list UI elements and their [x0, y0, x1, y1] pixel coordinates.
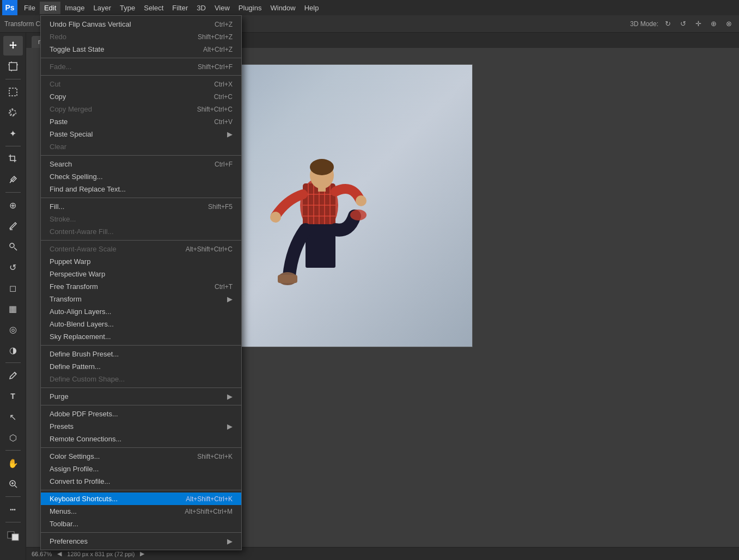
healing-tool[interactable]: ⊕	[3, 195, 23, 215]
left-toolbar: ✦ ⊕ ↺ ◻	[0, 33, 26, 560]
status-arrow-left[interactable]: ◀	[57, 550, 62, 557]
svg-rect-31	[278, 275, 297, 283]
menu-define-shape[interactable]: Define Custom Shape...	[41, 373, 241, 385]
hand-tool[interactable]: ✋	[3, 453, 23, 473]
eraser-tool[interactable]: ◻	[3, 278, 23, 298]
menu-keyboard-shortcuts[interactable]: Keyboard Shortcuts... Alt+Shift+Ctrl+K	[41, 493, 241, 505]
toolbar-divider-7	[5, 522, 21, 522]
person-figure	[259, 151, 379, 314]
menu-auto-blend[interactable]: Auto-Blend Layers...	[41, 318, 241, 330]
menu-remote-connections[interactable]: Remote Connections...	[41, 433, 241, 445]
history-brush-tool[interactable]: ↺	[3, 257, 23, 277]
status-arrow-right[interactable]: ▶	[140, 550, 144, 557]
move-tool[interactable]	[3, 36, 23, 56]
blur-tool[interactable]: ◎	[3, 319, 23, 339]
3d-mode-label: 3D Mode:	[630, 20, 658, 28]
3d-roll-icon[interactable]: ↺	[677, 18, 689, 30]
menu-define-brush[interactable]: Define Brush Preset...	[41, 348, 241, 360]
brush-tool[interactable]	[3, 216, 23, 236]
extra-tools-btn[interactable]: •••	[3, 500, 23, 519]
menu-copy[interactable]: Copy Ctrl+C	[41, 90, 241, 103]
menu-select[interactable]: Select	[139, 2, 168, 14]
svg-point-7	[10, 243, 14, 248]
3d-scale-icon[interactable]: ⊗	[723, 18, 735, 30]
menu-fill[interactable]: Fill... Shift+F5	[41, 200, 241, 213]
menu-sky-replacement[interactable]: Sky Replacement...	[41, 330, 241, 343]
menu-find-replace[interactable]: Find and Replace Text...	[41, 183, 241, 195]
menu-toggle-state[interactable]: Toggle Last State Alt+Ctrl+Z	[41, 43, 241, 56]
menu-edit[interactable]: Edit	[40, 2, 60, 14]
menu-view[interactable]: View	[210, 2, 234, 14]
menu-puppet-warp[interactable]: Puppet Warp	[41, 255, 241, 268]
menu-content-aware-fill[interactable]: Content-Aware Fill...	[41, 225, 241, 238]
menu-check-spelling[interactable]: Check Spelling...	[41, 170, 241, 183]
clone-stamp-tool[interactable]	[3, 237, 23, 256]
menu-toolbar[interactable]: Toolbar...	[41, 518, 241, 530]
menu-pdf-presets[interactable]: Adobe PDF Presets...	[41, 408, 241, 420]
sep-1	[41, 58, 241, 58]
pen-tool[interactable]	[3, 366, 23, 385]
svg-point-28	[356, 195, 367, 206]
shape-tool[interactable]: ⬡	[3, 428, 23, 447]
svg-line-9	[15, 485, 17, 488]
3d-slide-icon[interactable]: ⊕	[707, 18, 719, 30]
menu-redo[interactable]: Redo Shift+Ctrl+Z	[41, 30, 241, 43]
menu-window[interactable]: Window	[266, 2, 300, 14]
svg-point-27	[270, 212, 281, 223]
menu-free-transform[interactable]: Free Transform Ctrl+T	[41, 280, 241, 293]
menu-stroke[interactable]: Stroke...	[41, 213, 241, 225]
menu-paste-special[interactable]: Paste Special ▶	[41, 128, 241, 140]
menu-auto-align[interactable]: Auto-Align Layers...	[41, 305, 241, 318]
menu-transform[interactable]: Transform ▶	[41, 293, 241, 305]
sep-3	[41, 155, 241, 156]
menu-purge[interactable]: Purge ▶	[41, 390, 241, 403]
menu-convert-to-profile[interactable]: Convert to Profile...	[41, 475, 241, 488]
ps-logo: Ps	[2, 0, 17, 15]
menu-file[interactable]: File	[20, 2, 40, 14]
menu-fade[interactable]: Fade... Shift+Ctrl+F	[41, 60, 241, 73]
lasso-tool[interactable]	[3, 103, 23, 122]
menu-bar: Ps File Edit Image Layer Type Select Fil…	[0, 0, 739, 15]
menu-filter[interactable]: Filter	[168, 2, 192, 14]
menu-assign-profile[interactable]: Assign Profile...	[41, 463, 241, 475]
gradient-tool[interactable]: ▦	[3, 299, 23, 318]
menu-plugins[interactable]: Plugins	[234, 2, 266, 14]
menu-presets[interactable]: Presets ▶	[41, 420, 241, 433]
menu-type[interactable]: Type	[115, 2, 139, 14]
text-tool[interactable]: T	[3, 386, 23, 406]
zoom-tool[interactable]	[3, 474, 23, 494]
artboard-tool[interactable]	[3, 57, 23, 76]
dodge-tool[interactable]: ◑	[3, 340, 23, 360]
menu-copy-merged[interactable]: Copy Merged Shift+Ctrl+C	[41, 103, 241, 115]
menu-preferences[interactable]: Preferences ▶	[41, 535, 241, 547]
crop-tool[interactable]	[3, 149, 23, 169]
sep-6	[41, 345, 241, 346]
foreground-bg-tool[interactable]	[3, 525, 23, 545]
menu-help[interactable]: Help	[300, 2, 323, 14]
svg-rect-13	[12, 534, 19, 540]
svg-rect-26	[318, 183, 326, 192]
menu-content-aware-scale[interactable]: Content-Aware Scale Alt+Shift+Ctrl+C	[41, 243, 241, 255]
menu-perspective-warp[interactable]: Perspective Warp	[41, 268, 241, 280]
menu-search[interactable]: Search Ctrl+F	[41, 158, 241, 170]
menu-undo[interactable]: Undo Flip Canvas Vertical Ctrl+Z	[41, 18, 241, 30]
menu-image[interactable]: Image	[60, 2, 89, 14]
sep-11	[41, 532, 241, 533]
menu-paste[interactable]: Paste Ctrl+V	[41, 115, 241, 128]
magic-wand-tool[interactable]: ✦	[3, 124, 23, 143]
menu-define-pattern[interactable]: Define Pattern...	[41, 360, 241, 373]
menu-color-settings[interactable]: Color Settings... Shift+Ctrl+K	[41, 450, 241, 463]
toolbar-divider-3	[5, 192, 21, 193]
menu-menus[interactable]: Menus... Alt+Shift+Ctrl+M	[41, 505, 241, 518]
menu-clear[interactable]: Clear	[41, 140, 241, 153]
menu-3d[interactable]: 3D	[192, 2, 210, 14]
3d-pan-icon[interactable]: ✛	[692, 18, 704, 30]
toolbar-divider-4	[5, 362, 21, 363]
path-select-tool[interactable]: ↖	[3, 407, 23, 427]
menu-layer[interactable]: Layer	[89, 2, 116, 14]
sep-4	[41, 198, 241, 198]
menu-cut[interactable]: Cut Ctrl+X	[41, 78, 241, 90]
eyedropper-tool[interactable]	[3, 170, 23, 189]
3d-rotate-icon[interactable]: ↻	[662, 18, 674, 30]
rect-select-tool[interactable]	[3, 82, 23, 102]
